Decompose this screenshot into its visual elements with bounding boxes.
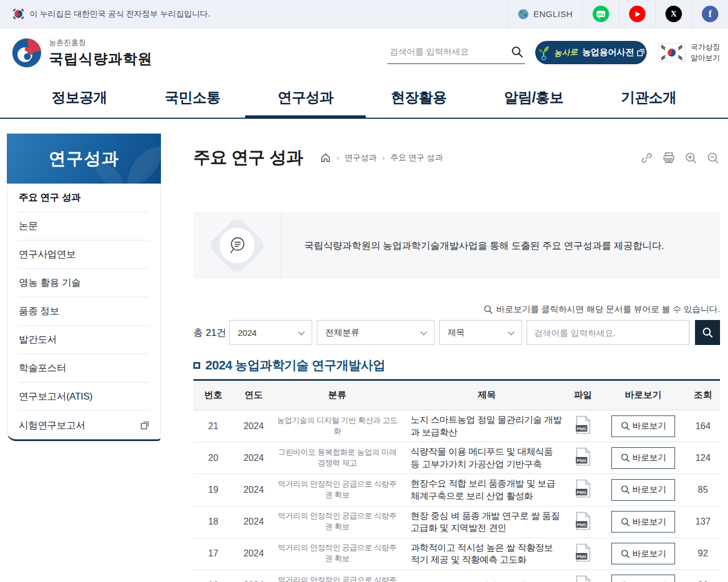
sidebar-item[interactable]: 연구보고서(ATIS) [19,383,149,411]
x-link[interactable]: X [655,0,692,28]
nongsaro-brand: 농사로 [554,47,578,59]
youtube-icon[interactable] [629,6,646,22]
row-category: 농업기술의 디지털 기반 확산과 고도화 [274,412,400,440]
breadcrumb-separator: › [337,153,339,162]
dictionary-label: 농업용어사전 [582,47,634,59]
column-header: 조회 [686,386,720,405]
png-file-icon[interactable]: PNG [576,415,591,434]
search-button[interactable] [695,320,720,345]
intro-box: 국립식량과학원의 농업과학기술개발사업을 통해 도출된 주요 연구성과를 제공합… [193,212,720,279]
row-category: 그린바이오 융복합화로 농업의 미래 경쟁력 제고 [274,444,400,472]
viewer-note-text: 바로보기를 클릭하시면 해당 문서를 뷰어로 볼 수 있습니다. [497,304,720,315]
intro-bubble-icon [220,228,255,263]
row-number: 20 [193,450,233,467]
row-views: 85 [686,481,720,498]
png-file-icon[interactable]: PNG [576,447,591,466]
view-button[interactable]: 바로보기 [611,447,675,469]
sidebar-item[interactable]: 논문 [19,212,149,240]
x-twitter-icon[interactable]: X [665,6,682,22]
row-view: 바로보기 [601,412,686,440]
blog-icon[interactable]: blog [593,6,609,22]
print-icon[interactable] [662,151,676,165]
row-file: PNG [565,572,601,582]
row-title[interactable]: 현장수요 적합 보리 품종개발 및 보급체계구축으로 보리 산업 활성화 [400,474,565,505]
breadcrumb-item[interactable]: 연구성과 [345,153,377,163]
year-select[interactable]: 2024 [229,320,312,345]
sidebar-item[interactable]: 학술포스터 [19,354,149,383]
sidebar-item[interactable]: 연구사업연보 [19,240,149,269]
view-button[interactable]: 바로보기 [611,415,675,437]
header-search [387,41,525,64]
facebook-icon[interactable]: f [702,6,718,22]
results-table: 번호연도분류제목파일바로보기조회 212024농업기술의 디지털 기반 확산과 … [193,379,720,582]
nav-item[interactable]: 기관소개 [611,77,687,118]
site-logo[interactable]: 농촌진흥청 국립식량과학원 [11,38,152,68]
row-file: PNG [565,444,601,472]
png-file-icon[interactable]: PNG [576,575,591,582]
row-view: 바로보기 [601,539,686,568]
sidebar: 연구성과 주요 연구 성과논문연구사업연보영농 활용 기술품종 정보발간도서학술… [7,134,161,441]
row-view: 바로보기 [601,571,686,582]
gov-notice: 이 누리집은 대한민국 공식 전자정부 누리집입니다. [13,8,210,20]
row-title[interactable]: 콩 육종 효율화를 위한 유전자편집 [400,576,565,582]
png-file-icon[interactable]: PNG [576,512,591,530]
png-file-icon[interactable]: PNG [576,479,591,498]
external-link-icon [140,421,149,430]
table-row: 162024먹거리의 안정적인 공급으로 식량주권 확보콩 육종 효율화를 위한… [193,570,720,582]
view-button[interactable]: 바로보기 [611,543,675,564]
national-symbol-link[interactable]: 국가상징 알아보기 [658,42,720,64]
row-number: 18 [193,513,233,530]
header-search-input[interactable] [390,47,510,56]
breadcrumb-item-current: 주요 연구 성과 [390,153,442,163]
row-year: 2024 [233,577,274,582]
sidebar-item-label: 주요 연구 성과 [19,191,81,204]
blog-link[interactable]: blog [582,0,619,28]
language-button[interactable]: ENGLISH [507,0,582,28]
row-title[interactable]: 과학적이고 적시성 높은 쌀 작황정보 적기 제공 및 작황예측 고도화 [400,538,565,569]
zoom-in-icon[interactable] [684,151,698,165]
youtube-link[interactable] [619,0,655,28]
sidebar-item[interactable]: 주요 연구 성과 [19,184,149,212]
svg-text:PNG: PNG [577,554,586,559]
view-button-label: 바로보기 [632,452,666,463]
view-button[interactable]: 바로보기 [611,575,675,582]
gov-notice-text: 이 누리집은 대한민국 공식 전자정부 누리집입니다. [30,9,210,19]
view-button-label: 바로보기 [632,517,666,527]
sidebar-item[interactable]: 발간도서 [19,326,149,354]
view-button[interactable]: 바로보기 [611,479,675,501]
copy-url-icon[interactable] [640,151,653,165]
table-header: 번호연도분류제목파일바로보기조회 [193,381,720,410]
category-select[interactable]: 전체분류 [317,320,435,345]
sidebar-item[interactable]: 품종 정보 [19,297,149,326]
row-category: 먹거리의 안정적인 공급으로 식량주권 확보 [274,476,400,504]
view-button[interactable]: 바로보기 [611,511,675,533]
facebook-link[interactable]: f [692,0,728,28]
nav-item[interactable]: 알림/홍보 [494,77,573,118]
agri-dictionary-banner[interactable]: 농사로 농업용어사전 [535,41,647,64]
sidebar-item[interactable]: 영농 활용 기술 [19,269,149,297]
row-number: 19 [193,481,233,498]
zoom-out-icon[interactable] [706,151,720,165]
nav-item[interactable]: 국민소통 [154,77,230,118]
nav-item[interactable]: 연구성과 [267,77,344,118]
row-title[interactable]: 식량작물 이용 메디푸드 및 대체식품 등 고부가가치 가공산업 기반구축 [400,442,565,473]
sidebar-item[interactable]: 시험연구보고서 [19,411,149,439]
row-title[interactable]: 현장 중심 벼 품종 개발 연구로 쌀 품질 고급화 및 지역발전 견인 [400,506,565,538]
search-field-select[interactable]: 제목 [439,320,522,345]
government-emblem-icon [11,38,42,68]
org-parent-name: 농촌진흥청 [49,38,152,48]
row-year: 2024 [233,418,274,435]
nav-item[interactable]: 정보공개 [41,77,117,118]
org-name: 국립식량과학원 [49,49,152,68]
png-file-icon[interactable]: PNG [576,543,591,562]
home-icon[interactable] [320,152,331,163]
row-view: 바로보기 [601,444,686,472]
search-icon[interactable] [510,45,524,59]
page-title: 주요 연구 성과 [193,146,303,169]
keyword-search-input[interactable] [527,320,689,345]
row-year: 2024 [233,450,274,467]
nav-item[interactable]: 현장활용 [380,77,457,118]
row-file: PNG [565,540,601,568]
row-title[interactable]: 노지 스마트농업 정밀 물관리기술 개발과 보급확산 [400,410,565,442]
column-header: 바로보기 [601,386,686,405]
